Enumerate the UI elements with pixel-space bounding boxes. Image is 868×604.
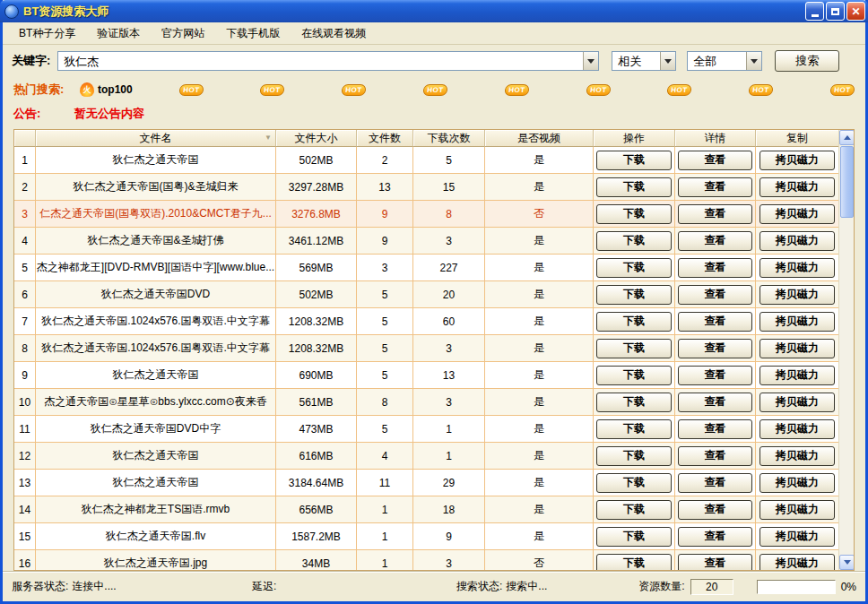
hot-badge[interactable]: HOT	[667, 84, 692, 96]
view-button[interactable]: 查看	[678, 554, 752, 571]
view-button[interactable]: 查看	[678, 500, 752, 520]
cell-downloads: 1	[413, 443, 485, 470]
download-button[interactable]: 下载	[596, 151, 672, 170]
view-button[interactable]: 查看	[678, 258, 752, 278]
header-copy[interactable]: 复制	[756, 130, 838, 147]
vertical-scrollbar[interactable]	[838, 130, 854, 570]
header-index[interactable]	[14, 130, 36, 147]
hot-badge[interactable]: HOT	[504, 84, 529, 96]
header-filecount[interactable]: 文件数	[357, 130, 413, 147]
menu-item-1[interactable]: BT种子分享	[8, 23, 86, 44]
download-button[interactable]: 下载	[596, 554, 672, 571]
menu-item-2[interactable]: 验证版本	[86, 23, 151, 44]
keyword-input[interactable]: 狄仁杰	[58, 52, 583, 70]
hot-badge[interactable]: HOT	[829, 84, 855, 96]
view-button[interactable]: 查看	[678, 231, 752, 251]
copy-magnet-button[interactable]: 拷贝磁力	[760, 258, 835, 278]
header-filename[interactable]: 文件名 ▼	[36, 130, 276, 147]
download-button[interactable]: 下载	[596, 446, 672, 466]
cell-detail: 查看	[675, 255, 756, 281]
hot-badge[interactable]: HOT	[422, 84, 447, 96]
relevance-dropdown-button[interactable]	[660, 52, 675, 70]
search-status-label: 搜索状态:	[456, 579, 502, 594]
relevance-combobox[interactable]: 相关	[612, 51, 676, 71]
header-downloads[interactable]: 下载次数	[413, 130, 485, 147]
download-button[interactable]: 下载	[596, 312, 672, 332]
cell-isvideo: 是	[485, 362, 594, 389]
copy-magnet-button[interactable]: 拷贝磁力	[760, 151, 835, 170]
minimize-button[interactable]	[805, 2, 824, 21]
hot-badge[interactable]: HOT	[260, 84, 285, 96]
top100-link[interactable]: 火 top100	[80, 82, 133, 97]
download-button[interactable]: 下载	[596, 177, 672, 197]
download-button[interactable]: 下载	[596, 339, 672, 358]
view-button[interactable]: 查看	[678, 339, 752, 358]
view-button[interactable]: 查看	[678, 446, 752, 466]
keyword-dropdown-button[interactable]	[583, 52, 598, 70]
category-dropdown-button[interactable]	[746, 52, 761, 70]
menu-item-3[interactable]: 官方网站	[151, 23, 215, 44]
copy-magnet-button[interactable]: 拷贝磁力	[760, 312, 835, 332]
hot-badge[interactable]: HOT	[342, 84, 367, 96]
header-filesize[interactable]: 文件大小	[276, 130, 357, 147]
hot-badge[interactable]: HOT	[586, 84, 611, 96]
copy-magnet-button[interactable]: 拷贝磁力	[760, 285, 835, 305]
copy-magnet-button[interactable]: 拷贝磁力	[760, 527, 835, 547]
scroll-up-button[interactable]	[839, 130, 855, 145]
header-isvideo[interactable]: 是否视频	[485, 130, 594, 147]
cell-downloads: 5	[413, 147, 485, 174]
hot-badge[interactable]: HOT	[748, 84, 773, 96]
view-button[interactable]: 查看	[678, 393, 752, 412]
cell-downloads: 3	[413, 335, 485, 362]
cell-isvideo: 否	[485, 550, 594, 570]
download-button[interactable]: 下载	[596, 285, 672, 305]
keyword-combobox[interactable]: 狄仁杰	[57, 51, 599, 71]
cell-downloads: 18	[413, 496, 485, 523]
copy-magnet-button[interactable]: 拷贝磁力	[760, 446, 835, 466]
view-button[interactable]: 查看	[678, 366, 752, 385]
menu-item-5[interactable]: 在线观看视频	[291, 23, 377, 44]
view-button[interactable]: 查看	[678, 473, 752, 493]
download-button[interactable]: 下载	[596, 473, 672, 493]
copy-magnet-button[interactable]: 拷贝磁力	[760, 231, 835, 251]
cell-isvideo: 是	[485, 496, 594, 523]
copy-magnet-button[interactable]: 拷贝磁力	[760, 339, 835, 358]
hot-badge[interactable]: HOT	[178, 84, 204, 96]
search-button[interactable]: 搜索	[775, 50, 839, 72]
download-button[interactable]: 下载	[596, 231, 672, 251]
download-button[interactable]: 下载	[596, 419, 672, 439]
copy-magnet-button[interactable]: 拷贝磁力	[760, 554, 835, 571]
scroll-down-button[interactable]	[839, 555, 855, 570]
download-button[interactable]: 下载	[596, 527, 672, 547]
copy-magnet-button[interactable]: 拷贝磁力	[760, 393, 835, 412]
view-button[interactable]: 查看	[678, 204, 752, 224]
view-button[interactable]: 查看	[678, 419, 752, 439]
copy-magnet-button[interactable]: 拷贝磁力	[760, 177, 835, 197]
copy-magnet-button[interactable]: 拷贝磁力	[760, 500, 835, 520]
category-combobox[interactable]: 全部	[687, 51, 762, 71]
menu-item-4[interactable]: 下载手机版	[215, 23, 291, 44]
view-button[interactable]: 查看	[678, 285, 752, 305]
relevance-value[interactable]: 相关	[612, 52, 660, 70]
header-detail[interactable]: 详情	[675, 130, 756, 147]
view-button[interactable]: 查看	[678, 527, 752, 547]
download-button[interactable]: 下载	[596, 366, 672, 385]
copy-magnet-button[interactable]: 拷贝磁力	[760, 419, 835, 439]
cell-copy: 拷贝磁力	[756, 443, 838, 470]
download-button[interactable]: 下载	[596, 500, 672, 520]
category-value[interactable]: 全部	[688, 52, 746, 70]
copy-magnet-button[interactable]: 拷贝磁力	[760, 473, 835, 493]
view-button[interactable]: 查看	[678, 312, 752, 332]
maximize-button[interactable]	[826, 2, 845, 21]
copy-magnet-button[interactable]: 拷贝磁力	[760, 366, 835, 385]
view-button[interactable]: 查看	[678, 151, 752, 170]
cell-isvideo: 是	[485, 389, 594, 416]
header-action[interactable]: 操作	[594, 130, 675, 147]
download-button[interactable]: 下载	[596, 393, 672, 412]
close-button[interactable]: ✕	[846, 2, 865, 21]
download-button[interactable]: 下载	[596, 258, 672, 278]
copy-magnet-button[interactable]: 拷贝磁力	[760, 204, 835, 224]
download-button[interactable]: 下载	[596, 204, 672, 224]
scrollbar-thumb[interactable]	[840, 146, 854, 218]
view-button[interactable]: 查看	[678, 177, 752, 197]
